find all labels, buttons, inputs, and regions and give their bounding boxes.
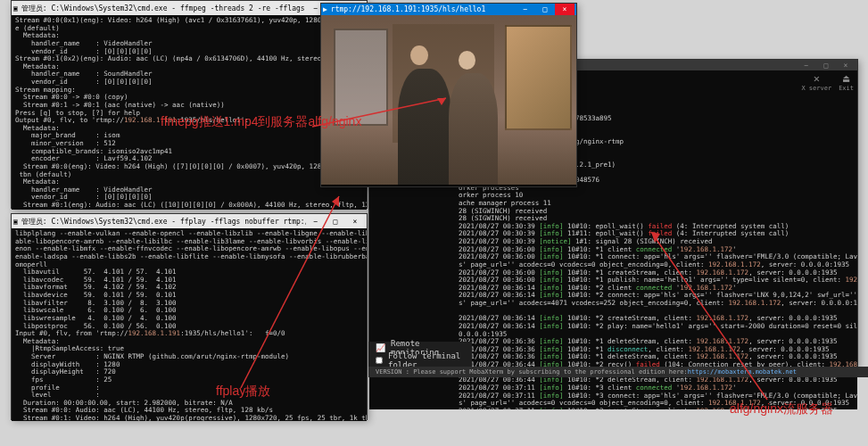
ffplay-title: 管理员: C:\Windows\System32\cmd.exe - ffpla… xyxy=(21,217,306,227)
monitor-icon: 📈 xyxy=(376,343,385,352)
mobaxterm-statusbar: VERSION : Please support MobaXterm by su… xyxy=(368,367,868,377)
ffplay-output[interactable]: libplplang --enable-vulkan --enable-open… xyxy=(12,228,367,421)
xserver-button[interactable]: ✕X server xyxy=(801,72,831,92)
exit-button[interactable]: ⏏Exit xyxy=(839,72,854,92)
close-button[interactable]: × xyxy=(836,59,856,71)
follow-checkbox[interactable] xyxy=(376,357,383,364)
cmd-icon: ▣ xyxy=(13,4,18,12)
player-title: rtmp://192.168.1.191:1935/hls/hello1 xyxy=(331,5,485,13)
ffplay-titlebar[interactable]: ▣ 管理员: C:\Windows\System32\cmd.exe - ffp… xyxy=(12,214,367,228)
person-right xyxy=(449,73,498,185)
minimize-button[interactable]: − xyxy=(306,215,326,227)
player-titlebar[interactable]: ▶ rtmp://192.168.1.191:1935/hls/hello1 −… xyxy=(321,4,576,15)
mobaxterm-right-tools: ✕X server ⏏Exit xyxy=(801,72,854,92)
ffmpeg-output[interactable]: Stream #0:0(0x1)(eng): Video: h264 (High… xyxy=(12,15,367,210)
ffmpeg-terminal-window[interactable]: ▣ 管理员: C:\Windows\System32\cmd.exe - ffm… xyxy=(11,0,368,209)
ffmpeg-titlebar[interactable]: ▣ 管理员: C:\Windows\System32\cmd.exe - ffm… xyxy=(12,1,367,15)
maximize-button[interactable]: □ xyxy=(816,59,836,71)
video-frame xyxy=(321,15,576,185)
ffplay-icon: ▶ xyxy=(323,5,327,13)
close-button[interactable]: × xyxy=(345,215,365,227)
status-text: VERSION : Please support MobaXterm by su… xyxy=(376,368,688,376)
minimize-button[interactable]: − xyxy=(797,59,816,71)
close-button[interactable]: × xyxy=(555,4,575,16)
ffmpeg-title: 管理员: C:\Windows\System32\cmd.exe - ffmpe… xyxy=(21,4,306,13)
maximize-button[interactable]: □ xyxy=(326,215,345,227)
person-left xyxy=(398,69,451,185)
minimize-button[interactable]: − xyxy=(516,4,535,16)
ffplay-terminal-window[interactable]: ▣ 管理员: C:\Windows\System32\cmd.exe - ffp… xyxy=(11,213,368,420)
status-link[interactable]: https://mobaxterm.mobatek.net xyxy=(688,368,797,376)
mobaxterm-sidebar2: Follow terminal folder xyxy=(368,354,472,367)
maximize-button[interactable]: □ xyxy=(535,4,555,16)
cmd-icon: ▣ xyxy=(13,218,18,226)
ffplay-video-window[interactable]: ▶ rtmp://192.168.1.191:1935/hls/hello1 −… xyxy=(320,3,577,187)
